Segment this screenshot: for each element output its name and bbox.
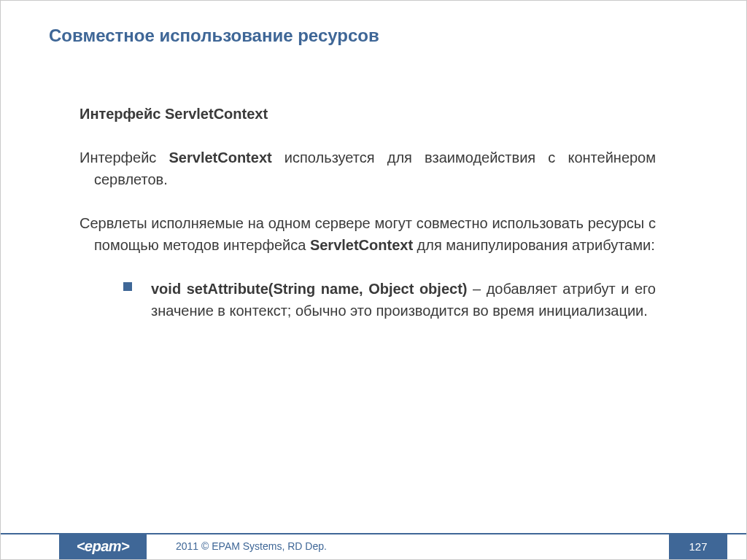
paragraph-1: Интерфейс ServletContext используется дл… [80,147,656,190]
footer-copyright: 2011 © EPAM Systems, RD Dep. [176,533,327,559]
para1-pre: Интерфейс [80,149,169,166]
slide-title: Совместное использование ресурсов [49,26,698,46]
square-bullet-icon [123,282,132,291]
subheading: Интерфейс ServletContext [80,103,656,125]
slide-body: Интерфейс ServletContext Интерфейс Servl… [80,103,656,322]
para2-bold: ServletContext [310,237,413,253]
epam-logo: <epam> [59,533,147,559]
paragraph-2: Сервлеты исполняемые на одном сервере мо… [80,212,656,256]
para1-bold: ServletContext [169,149,272,166]
page-number: 127 [669,533,727,559]
bullet-lead: void setAttribute(String name, Object ob… [151,281,467,297]
bullet-item: void setAttribute(String name, Object ob… [123,278,656,322]
slide: Совместное использование ресурсов Интерф… [0,0,747,560]
bullet-text: void setAttribute(String name, Object ob… [151,278,656,322]
para2-post: для манипулирования атрибутами: [413,237,655,253]
footer: <epam> 2011 © EPAM Systems, RD Dep. 127 [1,533,746,559]
